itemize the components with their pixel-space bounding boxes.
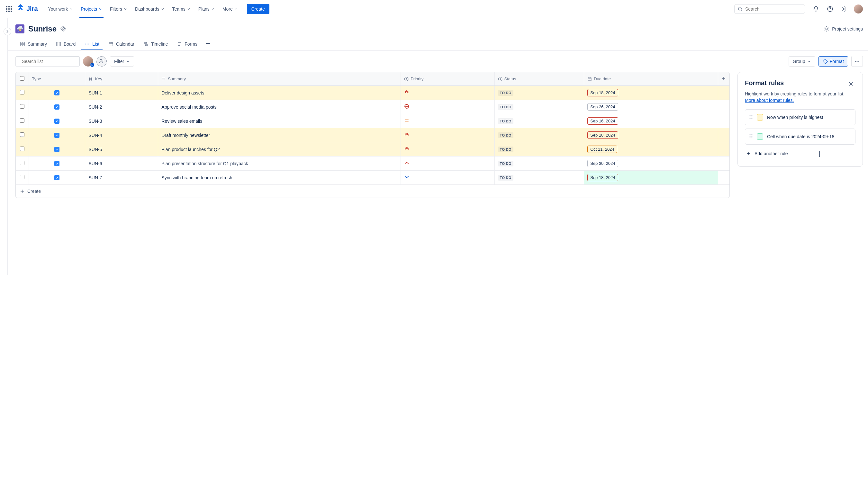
nav-filters[interactable]: Filters [106,0,131,18]
assignee-filter-avatar[interactable]: L [83,56,93,67]
priority-cell[interactable] [401,86,494,100]
issue-summary[interactable]: Plan product launches for Q2 [158,143,401,157]
settings-icon[interactable] [840,4,849,13]
due-date-cell[interactable]: Sep 26, 2024 [584,100,718,114]
priority-cell[interactable] [401,100,494,114]
format-rule-2[interactable]: Cell when due date is 2024-09-18 [745,128,855,145]
status-cell[interactable]: TO DO [494,157,584,171]
row-checkbox[interactable] [20,90,24,94]
priority-cell[interactable] [401,171,494,185]
due-date-cell[interactable]: Sep 18, 2024 [584,86,718,100]
row-checkbox[interactable] [20,161,24,165]
issue-summary[interactable]: Plan presentation structure for Q1 playb… [158,157,401,171]
col-type[interactable]: Type [29,72,85,86]
select-all-checkbox[interactable] [20,76,24,81]
nav-projects[interactable]: Projects [77,0,106,18]
search-list[interactable] [15,56,80,67]
global-search[interactable] [734,4,805,14]
format-button[interactable]: Format [819,56,848,67]
project-settings-link[interactable]: Project settings [824,26,863,32]
priority-cell[interactable] [401,114,494,128]
row-checkbox[interactable] [20,104,24,109]
status-cell[interactable]: TO DO [494,128,584,143]
table-row[interactable]: SUN-1Deliver design assetsTO DOSep 18, 2… [16,86,730,100]
priority-cell[interactable] [401,157,494,171]
nav-your-work[interactable]: Your work [44,0,77,18]
filter-button[interactable]: Filter [110,56,134,67]
issue-key[interactable]: SUN-5 [88,147,102,152]
issue-key[interactable]: SUN-1 [88,90,102,95]
row-checkbox[interactable] [20,147,24,151]
drag-handle-icon[interactable] [749,114,753,121]
col-summary[interactable]: Summary [158,72,401,86]
drag-handle-icon[interactable] [749,134,753,140]
close-panel-button[interactable] [846,79,855,88]
status-cell[interactable]: TO DO [494,86,584,100]
col-key[interactable]: Key [85,72,158,86]
add-people-button[interactable] [97,56,107,67]
status-cell[interactable]: TO DO [494,171,584,185]
issue-key[interactable]: SUN-3 [88,118,102,124]
issue-summary[interactable]: Deliver design assets [158,86,401,100]
nav-plans[interactable]: Plans [194,0,218,18]
user-avatar[interactable] [854,4,863,13]
nav-more[interactable]: More [218,0,242,18]
create-button[interactable]: Create [247,4,269,14]
learn-more-link[interactable]: More about format rules. [745,98,794,103]
notifications-icon[interactable] [811,4,820,13]
table-row[interactable]: SUN-2Approve social media postsTO DOSep … [16,100,730,114]
search-list-input[interactable] [22,59,78,64]
issue-key[interactable]: SUN-7 [88,175,102,180]
row-checkbox[interactable] [20,118,24,123]
col-select[interactable] [16,72,29,86]
app-switcher-icon[interactable] [5,5,13,13]
status-cell[interactable]: TO DO [494,100,584,114]
group-button[interactable]: Group [789,56,815,67]
tab-forms[interactable]: Forms [172,38,202,50]
table-row[interactable]: SUN-7Sync with branding team on refreshT… [16,171,730,185]
priority-cell[interactable] [401,143,494,157]
add-column-button[interactable] [718,72,730,86]
nav-teams[interactable]: Teams [168,0,194,18]
col-due-date[interactable]: Due date [584,72,718,86]
table-row[interactable]: SUN-5Plan product launches for Q2TO DOOc… [16,143,730,157]
table-row[interactable]: SUN-4Draft monthly newsletterTO DOSep 18… [16,128,730,143]
help-icon[interactable] [825,4,835,13]
table-row[interactable]: SUN-3Review sales emailsTO DOSep 16, 202… [16,114,730,128]
table-row[interactable]: SUN-6Plan presentation structure for Q1 … [16,157,730,171]
issue-summary[interactable]: Review sales emails [158,114,401,128]
issue-key[interactable]: SUN-6 [88,161,102,166]
tab-board[interactable]: Board [52,38,80,50]
issue-key[interactable]: SUN-2 [88,104,102,110]
create-issue-row[interactable]: Create [16,185,730,197]
col-priority[interactable]: Priority [401,72,494,86]
nav-dashboards[interactable]: Dashboards [131,0,168,18]
format-rule-1[interactable]: Row when priority is highest [745,109,855,125]
issue-summary[interactable]: Sync with branding team on refresh [158,171,401,185]
issue-summary[interactable]: Draft monthly newsletter [158,128,401,143]
due-date-cell[interactable]: Sep 18, 2024 [584,128,718,143]
row-checkbox[interactable] [20,133,24,137]
tab-summary[interactable]: Summary [15,38,52,50]
issue-summary[interactable]: Approve social media posts [158,100,401,114]
due-date-cell[interactable]: Sep 16, 2024 [584,114,718,128]
add-rule-button[interactable]: Add another rule [745,148,855,159]
tab-list[interactable]: List [80,38,104,50]
tab-calendar[interactable]: Calendar [104,38,139,50]
automation-icon[interactable] [60,26,66,33]
status-cell[interactable]: TO DO [494,143,584,157]
jira-logo[interactable]: Jira [17,4,38,13]
status-cell[interactable]: TO DO [494,114,584,128]
due-date-cell[interactable]: Sep 18, 2024 [584,171,718,185]
priority-cell[interactable] [401,128,494,143]
due-date-cell[interactable]: Oct 11, 2024 [584,143,718,157]
add-view-button[interactable] [202,37,214,50]
expand-sidebar-button[interactable] [3,27,11,35]
col-status[interactable]: Status [494,72,584,86]
due-date-cell[interactable]: Sep 30, 2024 [584,157,718,171]
row-checkbox[interactable] [20,175,24,179]
tab-timeline[interactable]: Timeline [139,38,172,50]
issue-key[interactable]: SUN-4 [88,133,102,138]
more-actions-button[interactable] [851,56,863,67]
global-search-input[interactable] [745,7,801,12]
